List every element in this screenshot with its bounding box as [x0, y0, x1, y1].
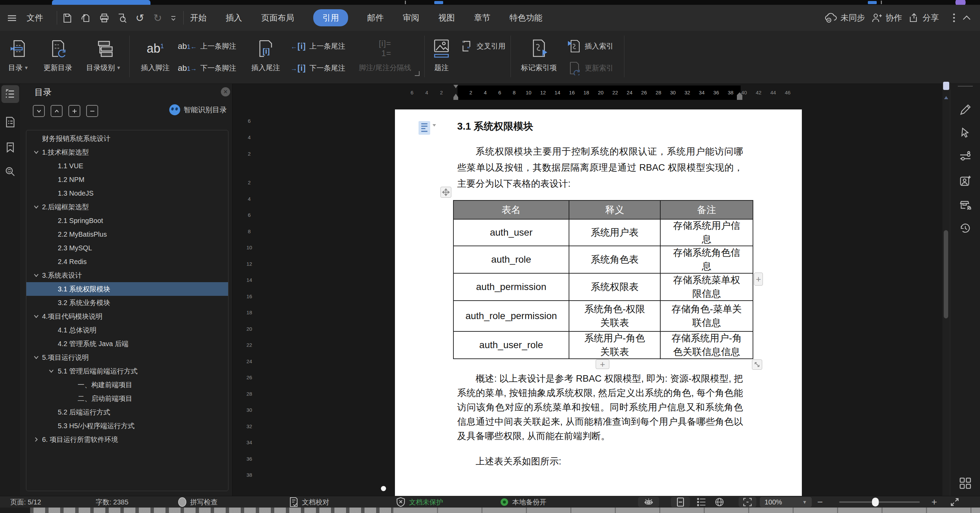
- table-move-handle[interactable]: [441, 187, 451, 198]
- tab-插入[interactable]: 插入: [226, 12, 242, 23]
- undo-icon[interactable]: ↺: [134, 12, 146, 25]
- pen-tool-button[interactable]: [958, 102, 973, 117]
- document-canvas[interactable]: 6422468101214161820222426283032343638404…: [233, 84, 942, 496]
- table-cell[interactable]: 系统权限表: [570, 274, 661, 301]
- horizontal-ruler[interactable]: 6422468101214161820222426283032343638404…: [233, 86, 942, 100]
- toc-item[interactable]: 3.1 系统权限模块: [26, 282, 228, 296]
- collapse-ribbon-icon[interactable]: [961, 14, 972, 22]
- backup-status[interactable]: 本地备份开: [500, 496, 546, 508]
- table-cell[interactable]: auth_role_permission: [454, 301, 570, 332]
- export-icon[interactable]: [80, 12, 92, 25]
- table-cell[interactable]: auth_user_role: [454, 332, 570, 358]
- share-button[interactable]: 分享: [908, 12, 939, 23]
- toc-item[interactable]: 2.1 SpringBoot: [26, 214, 228, 228]
- search-panel-button[interactable]: [2, 163, 19, 181]
- expand-all-button[interactable]: [33, 105, 45, 117]
- toc-item[interactable]: 1.1 VUE: [26, 159, 228, 173]
- toc-item[interactable]: 5.1 管理后端前端运行方式: [26, 364, 228, 378]
- prev-footnote-button[interactable]: ab1← 上一条脚注: [178, 37, 236, 56]
- table-cell[interactable]: 存储角色-菜单关联信息: [661, 301, 752, 332]
- insert-footnote-button[interactable]: ab1 插入脚注: [135, 34, 176, 81]
- toc-item[interactable]: 5.2 后端运行方式: [26, 405, 228, 419]
- prev-endnote-button[interactable]: ←[i] 上一条尾注: [291, 37, 345, 56]
- toc-item[interactable]: 2.2 MyBatisPlus: [26, 228, 228, 241]
- toc-item[interactable]: 2.4 Redis: [26, 255, 228, 268]
- chevron-down-icon[interactable]: [33, 272, 39, 279]
- select-tool-button[interactable]: [958, 126, 973, 140]
- print-icon[interactable]: [98, 12, 111, 25]
- expand-level-button[interactable]: [68, 105, 80, 117]
- toc-item[interactable]: 1.3 NodeJS: [26, 186, 228, 200]
- outline-panel-button[interactable]: [2, 85, 19, 103]
- table-cell[interactable]: 系统用户-角色关联表: [570, 332, 661, 358]
- cross-reference-button[interactable]: “” 交叉引用: [460, 37, 505, 56]
- insert-index-button[interactable]: 插入索引: [567, 37, 613, 56]
- toc-item[interactable]: 二、启动前端项目: [26, 392, 228, 405]
- toc-item[interactable]: 5.项目运行说明: [26, 350, 228, 364]
- document-page[interactable]: 3.1 系统权限模块 系统权限模块主要用于控制系统的权限认证，系统用户能访问哪些…: [395, 110, 802, 496]
- toc-item[interactable]: 5.3 H5/小程序端运行方式: [26, 419, 228, 433]
- quick-access-dropdown-icon[interactable]: [169, 12, 178, 25]
- toc-item[interactable]: 一、构建前端项目: [26, 378, 228, 392]
- toc-item[interactable]: 1.2 NPM: [26, 173, 228, 186]
- toc-item[interactable]: 4.1 总体说明: [26, 323, 228, 337]
- zoom-slider-track[interactable]: [839, 501, 920, 503]
- toc-item[interactable]: 4.项目代码模块说明: [26, 309, 228, 323]
- chevron-down-icon[interactable]: [33, 204, 39, 210]
- protection-status[interactable]: 文档未保护: [396, 496, 443, 508]
- caption-button[interactable]: 题注: [428, 34, 455, 81]
- eye-protection-button[interactable]: [638, 497, 659, 507]
- spellcheck-button[interactable]: 拼写检查: [178, 496, 218, 508]
- toc-button[interactable]: 目录▼: [3, 34, 34, 81]
- table-cell[interactable]: auth_user: [454, 220, 570, 246]
- tab-章节[interactable]: 章节: [474, 12, 490, 23]
- tab-审阅[interactable]: 审阅: [403, 12, 419, 23]
- print-preview-icon[interactable]: [116, 12, 129, 25]
- table-cell[interactable]: 系统角色-权限关联表: [570, 301, 661, 332]
- add-row-button[interactable]: +: [596, 359, 609, 369]
- ai-portrait-button[interactable]: [958, 174, 973, 188]
- toc-level-button[interactable]: 目录级别▼: [82, 34, 125, 81]
- tab-特色功能[interactable]: 特色功能: [509, 12, 542, 23]
- zoom-slider-thumb[interactable]: [872, 498, 879, 507]
- chevron-down-icon[interactable]: [48, 368, 54, 374]
- web-view-button[interactable]: [711, 497, 728, 507]
- table-cell[interactable]: 存储系统用户-角色关联信息信息: [661, 332, 752, 358]
- table-header-cell[interactable]: 备注: [661, 201, 752, 220]
- table-cell[interactable]: 系统用户表: [570, 220, 661, 246]
- scroll-up-arrow-icon[interactable]: [944, 96, 948, 99]
- rbac-table[interactable]: 表名释义备注auth_user系统用户表存储系统用户信息auth_role系统角…: [453, 200, 753, 359]
- toc-item[interactable]: 2.后端框架选型: [26, 200, 228, 214]
- redo-icon[interactable]: ↻: [151, 12, 164, 25]
- chevron-right-icon[interactable]: [33, 437, 39, 443]
- outline-view-button[interactable]: [694, 497, 710, 507]
- word-count[interactable]: 字数: 2385: [96, 496, 129, 508]
- table-cell[interactable]: auth_permission: [454, 274, 570, 301]
- table-cell[interactable]: 存储系统用户信息: [661, 220, 752, 246]
- toc-item[interactable]: 财务报销系统系统设计: [26, 132, 228, 145]
- insert-endnote-button[interactable]: [i] 插入尾注: [243, 34, 288, 81]
- tab-邮件[interactable]: 邮件: [367, 12, 383, 23]
- table-cell[interactable]: 系统角色表: [570, 246, 661, 274]
- table-cell[interactable]: auth_role: [454, 246, 570, 274]
- tab-开始[interactable]: 开始: [190, 12, 207, 23]
- chevron-down-icon[interactable]: [33, 354, 39, 360]
- update-toc-button[interactable]: 更新目录: [36, 34, 80, 81]
- adjust-settings-button[interactable]: [958, 150, 973, 164]
- table-cell[interactable]: 存储系统菜单权限信息: [661, 274, 752, 301]
- table-resize-handle[interactable]: [752, 359, 762, 370]
- next-footnote-button[interactable]: ab1→ 下一条脚注: [178, 59, 236, 77]
- zoom-in-button[interactable]: +: [931, 496, 937, 508]
- table-cell[interactable]: 存储系统角色信息: [661, 246, 752, 274]
- bookmark-panel-button[interactable]: [2, 139, 19, 156]
- collaborate-button[interactable]: 协作: [871, 12, 902, 23]
- tab-页面布局[interactable]: 页面布局: [261, 12, 294, 23]
- zoom-out-button[interactable]: −: [817, 496, 823, 508]
- collapse-level-button[interactable]: [86, 105, 98, 117]
- file-menu[interactable]: 文件: [27, 5, 43, 31]
- collapse-all-button[interactable]: [51, 105, 62, 117]
- zoom-level-select[interactable]: 100% ▼: [760, 497, 812, 507]
- tab-视图[interactable]: 视图: [438, 12, 455, 23]
- toc-item[interactable]: 2.3 MySQL: [26, 241, 228, 255]
- toc-item[interactable]: 3.2 系统业务模块: [26, 296, 228, 309]
